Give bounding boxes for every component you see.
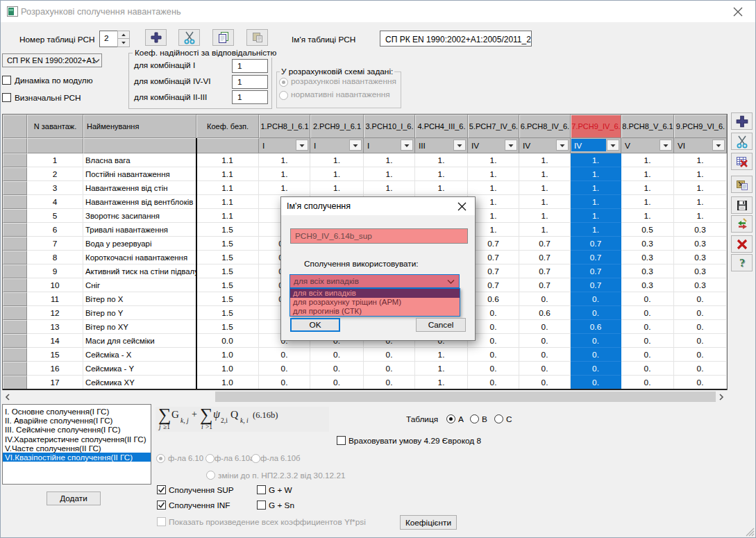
svg-text:Q: Q	[230, 408, 238, 420]
svg-text:k, i: k, i	[240, 417, 249, 424]
svg-text:>1: >1	[205, 423, 212, 430]
svg-text:i: i	[201, 423, 203, 430]
svg-text:(6.16b): (6.16b)	[253, 410, 278, 420]
svg-text:+: +	[192, 409, 197, 419]
svg-text:∑: ∑	[200, 407, 213, 425]
svg-text:∑: ∑	[158, 407, 171, 425]
svg-text:ψ: ψ	[213, 408, 221, 421]
svg-text:k, j: k, j	[180, 417, 189, 424]
svg-text:G: G	[171, 409, 179, 420]
svg-text:≥1: ≥1	[163, 423, 170, 430]
svg-text:?: ?	[739, 257, 745, 269]
svg-text:2,i: 2,i	[221, 417, 228, 424]
